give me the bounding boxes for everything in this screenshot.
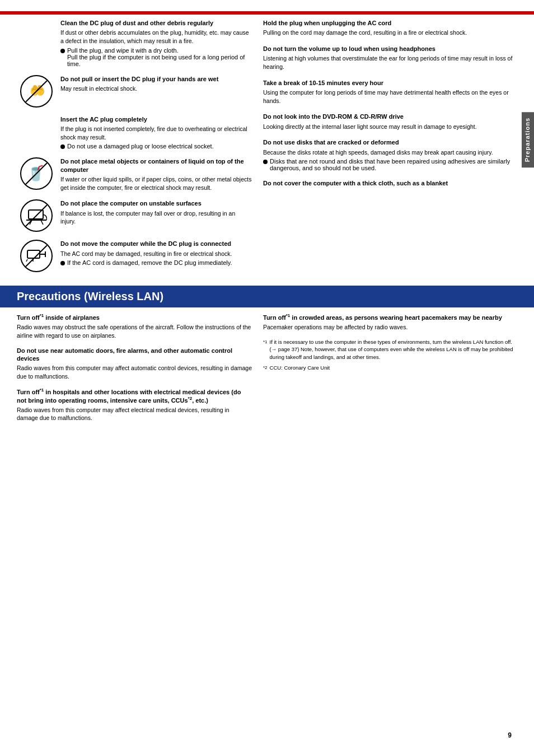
- svg-rect-6: [27, 250, 40, 258]
- footnote-text: If it is necessary to use the computer i…: [270, 338, 517, 361]
- p-section-crowded: Turn off*1 in crowded areas, as persons …: [263, 313, 517, 332]
- no-plug-icon: 🤲: [20, 75, 53, 108]
- bullet-item: Do not use a damaged plug or loose elect…: [60, 143, 252, 150]
- section-title: Clean the DC plug of dust and other debr…: [60, 19, 252, 27]
- svg-rect-2: [29, 210, 43, 219]
- side-tab: Preparations: [522, 112, 534, 167]
- section-no-move-dc: Do not move the computer while the DC pl…: [17, 240, 252, 272]
- title-end: in crowded areas, as persons wearing hea…: [290, 314, 502, 321]
- right-column: Hold the plug when unplugging the AC cor…: [263, 19, 517, 280]
- section-body: If balance is lost, the computer may fal…: [60, 209, 252, 226]
- precautions-header: Precautions (Wireless LAN): [0, 286, 534, 307]
- page: Preparations Clean the DC plug of dust a…: [0, 0, 534, 756]
- section-text: Do not place metal objects or containers…: [60, 157, 252, 192]
- section-no-look-dvd: Do not look into the DVD-ROM & CD-R/RW d…: [263, 113, 517, 130]
- section-clean-dc-plug: Clean the DC plug of dust and other debr…: [17, 19, 252, 67]
- title-start: Turn off: [17, 388, 40, 395]
- footnote-num: *1: [263, 339, 268, 361]
- section-title: Do not place metal objects or containers…: [60, 157, 252, 174]
- svg-text:🥤: 🥤: [27, 164, 45, 182]
- section-hold-plug: Hold the plug when unplugging the AC cor…: [263, 19, 517, 37]
- bullet-text: Do not use a damaged plug or loose elect…: [67, 143, 214, 150]
- section-title: Do not use disks that are cracked or def…: [263, 138, 517, 146]
- precautions-right: Turn off*1 in crowded areas, as persons …: [263, 313, 517, 429]
- section-body: Pulling on the cord may damage the cord,…: [263, 29, 517, 37]
- p-section-auto-doors: Do not use near automatic doors, fire al…: [17, 347, 252, 381]
- section-icon: [17, 199, 56, 232]
- svg-text:🤲: 🤲: [30, 83, 45, 98]
- section-insert-ac: Insert the AC plug completely If the plu…: [17, 115, 252, 150]
- section-take-break: Take a break of 10-15 minutes every hour…: [263, 79, 517, 105]
- section-no-metal: 🥤 Do not place metal objects or containe…: [17, 157, 252, 192]
- svg-line-5: [41, 220, 43, 225]
- section-body: Because the disks rotate at high speeds,…: [263, 148, 517, 157]
- section-no-loud-volume: Do not turn the volume up to loud when u…: [263, 45, 517, 71]
- section-body: Using the computer for long periods of t…: [263, 88, 517, 105]
- main-content: Clean the DC plug of dust and other debr…: [0, 19, 534, 280]
- p-title: Turn off*1 inside of airplanes: [17, 313, 252, 321]
- title-start: Turn off: [17, 314, 40, 321]
- section-icon: [17, 240, 56, 272]
- footnote-2: *2 CCU: Coronary Care Unit: [263, 364, 517, 371]
- section-no-thick-cloth: Do not cover the computer with a thick c…: [263, 179, 517, 187]
- footnote-text: CCU: Coronary Care Unit: [270, 364, 330, 371]
- svg-line-4: [30, 220, 32, 225]
- section-title: Do not pull or insert the DC plug if you…: [60, 75, 252, 83]
- bullet-text: Pull the plug, and wipe it with a dry cl…: [67, 47, 252, 67]
- bullet-dot: [263, 160, 268, 164]
- bullet-dot: [60, 49, 65, 53]
- p-title: Turn off*1 in crowded areas, as persons …: [263, 313, 517, 321]
- title-end: inside of airplanes: [44, 314, 100, 321]
- p-title: Turn off*1 in hospitals and other locati…: [17, 388, 252, 404]
- section-no-unstable: Do not place the computer on unstable su…: [17, 199, 252, 232]
- no-liquid-icon: 🥤: [20, 157, 53, 190]
- section-title: Do not move the computer while the DC pl…: [60, 240, 252, 248]
- bullet-dot: [60, 261, 65, 265]
- section-body: If water or other liquid spills, or if p…: [60, 175, 252, 192]
- footnote-num: *2: [263, 365, 268, 371]
- section-body: Looking directly at the internal laser l…: [263, 123, 517, 131]
- footnote-1: *1 If it is necessary to use the compute…: [263, 338, 517, 361]
- section-text: Do not pull or insert the DC plug if you…: [60, 75, 252, 108]
- precautions-content: Turn off*1 inside of airplanes Radio wav…: [0, 307, 534, 435]
- p-body: Radio waves may obstruct the safe operat…: [17, 323, 252, 339]
- bullet-text: Disks that are not round and disks that …: [270, 158, 517, 171]
- p-section-hospitals: Turn off*1 in hospitals and other locati…: [17, 388, 252, 422]
- precautions-left: Turn off*1 inside of airplanes Radio wav…: [17, 313, 252, 429]
- section-title: Insert the AC plug completely: [60, 115, 252, 123]
- section-icon: 🥤: [17, 157, 56, 192]
- section-body: Listening at high volumes that overstimu…: [263, 54, 517, 71]
- no-move-icon: [20, 240, 53, 272]
- section-no-pull-dc: 🤲 Do not pull or insert the DC plug if y…: [17, 75, 252, 108]
- p-body: Radio waves from this computer may affec…: [17, 364, 252, 380]
- section-title: Take a break of 10-15 minutes every hour: [263, 79, 517, 87]
- section-title: Do not place the computer on unstable su…: [60, 199, 252, 207]
- p-body: Radio waves from this computer may affec…: [17, 406, 252, 422]
- section-title: Do not cover the computer with a thick c…: [263, 179, 517, 187]
- p-title: Do not use near automatic doors, fire al…: [17, 347, 252, 363]
- section-body: May result in electrical shock.: [60, 85, 252, 93]
- section-no-cracked-disks: Do not use disks that are cracked or def…: [263, 138, 517, 171]
- p-section-airplanes: Turn off*1 inside of airplanes Radio wav…: [17, 313, 252, 339]
- section-title: Do not turn the volume up to loud when u…: [263, 45, 517, 53]
- no-tilt-icon: [20, 199, 53, 232]
- bullet-text: If the AC cord is damaged, remove the DC…: [67, 259, 232, 266]
- left-column: Clean the DC plug of dust and other debr…: [17, 19, 252, 280]
- section-text: Do not place the computer on unstable su…: [60, 199, 252, 232]
- top-red-bar: [0, 11, 534, 15]
- page-number: 9: [508, 731, 512, 739]
- section-title: Hold the plug when unplugging the AC cor…: [263, 19, 517, 27]
- p-body: Pacemaker operations may be affected by …: [263, 323, 517, 332]
- bullet-item: Disks that are not round and disks that …: [263, 158, 517, 171]
- section-body: If the plug is not inserted completely, …: [60, 125, 252, 141]
- bullet-item: Pull the plug, and wipe it with a dry cl…: [60, 47, 252, 67]
- section-body: If dust or other debris accumulates on t…: [60, 29, 252, 45]
- section-body: The AC cord may be damaged, resulting in…: [60, 250, 252, 258]
- section-text: Do not move the computer while the DC pl…: [60, 240, 252, 272]
- section-title: Do not look into the DVD-ROM & CD-R/RW d…: [263, 113, 517, 120]
- title-start: Turn off: [263, 314, 286, 321]
- bullet-item: If the AC cord is damaged, remove the DC…: [60, 259, 252, 266]
- bullet-dot: [60, 144, 65, 149]
- title-end2: , etc.): [192, 396, 208, 403]
- section-icon: 🤲: [17, 75, 56, 108]
